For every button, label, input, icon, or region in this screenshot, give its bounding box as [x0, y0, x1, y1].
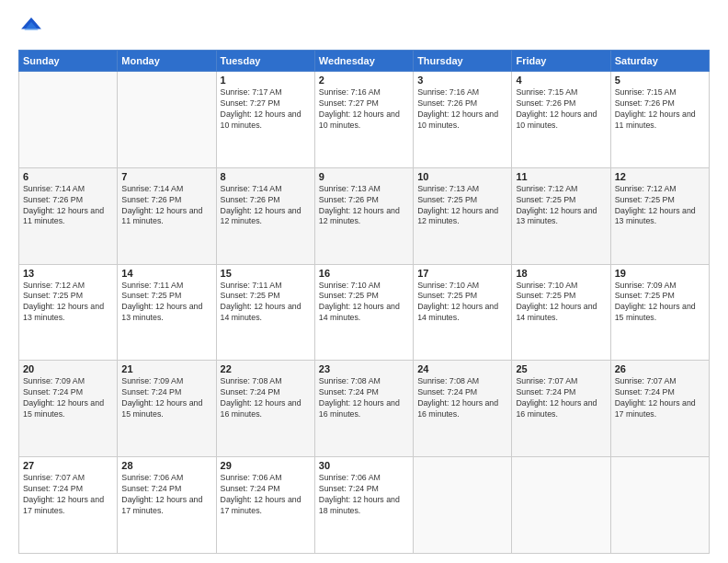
day-number: 24 [417, 363, 507, 374]
col-saturday: Saturday [610, 51, 709, 72]
header-row: Sunday Monday Tuesday Wednesday Thursday… [19, 51, 710, 72]
day-info: Sunrise: 7:13 AM Sunset: 7:25 PM Dayligh… [417, 184, 507, 228]
table-row: 1Sunrise: 7:17 AM Sunset: 7:27 PM Daylig… [216, 72, 314, 168]
day-info: Sunrise: 7:07 AM Sunset: 7:24 PM Dayligh… [516, 376, 606, 420]
day-number: 2 [319, 75, 409, 86]
header [18, 15, 710, 40]
day-info: Sunrise: 7:14 AM Sunset: 7:26 PM Dayligh… [221, 184, 311, 228]
day-info: Sunrise: 7:09 AM Sunset: 7:24 PM Dayligh… [23, 376, 113, 420]
calendar-table: Sunday Monday Tuesday Wednesday Thursday… [18, 50, 710, 554]
day-info: Sunrise: 7:13 AM Sunset: 7:26 PM Dayligh… [319, 184, 409, 228]
day-number: 28 [121, 460, 211, 471]
calendar-row: 20Sunrise: 7:09 AM Sunset: 7:24 PM Dayli… [19, 361, 710, 457]
day-number: 14 [121, 268, 211, 279]
day-info: Sunrise: 7:14 AM Sunset: 7:26 PM Dayligh… [23, 184, 113, 228]
day-info: Sunrise: 7:09 AM Sunset: 7:25 PM Dayligh… [615, 281, 705, 325]
calendar-row: 13Sunrise: 7:12 AM Sunset: 7:25 PM Dayli… [19, 264, 710, 361]
logo [18, 15, 48, 40]
day-number: 6 [23, 171, 113, 182]
table-row: 19Sunrise: 7:09 AM Sunset: 7:25 PM Dayli… [610, 264, 709, 361]
day-number: 3 [417, 75, 507, 86]
table-row: 21Sunrise: 7:09 AM Sunset: 7:24 PM Dayli… [118, 361, 216, 457]
col-friday: Friday [512, 51, 610, 72]
day-info: Sunrise: 7:12 AM Sunset: 7:25 PM Dayligh… [615, 184, 705, 228]
table-row: 17Sunrise: 7:10 AM Sunset: 7:25 PM Dayli… [414, 264, 512, 361]
table-row: 22Sunrise: 7:08 AM Sunset: 7:24 PM Dayli… [216, 361, 314, 457]
day-number: 13 [23, 268, 113, 279]
table-row: 9Sunrise: 7:13 AM Sunset: 7:26 PM Daylig… [314, 167, 413, 264]
table-row [610, 457, 709, 554]
table-row: 30Sunrise: 7:06 AM Sunset: 7:24 PM Dayli… [314, 457, 413, 554]
col-tuesday: Tuesday [216, 51, 314, 72]
day-number: 29 [221, 460, 311, 471]
day-info: Sunrise: 7:10 AM Sunset: 7:25 PM Dayligh… [319, 281, 409, 325]
day-info: Sunrise: 7:10 AM Sunset: 7:25 PM Dayligh… [516, 281, 606, 325]
col-thursday: Thursday [414, 51, 512, 72]
day-info: Sunrise: 7:17 AM Sunset: 7:27 PM Dayligh… [221, 87, 311, 132]
day-info: Sunrise: 7:12 AM Sunset: 7:25 PM Dayligh… [516, 184, 606, 228]
day-number: 20 [23, 363, 113, 374]
day-number: 25 [516, 363, 606, 374]
logo-icon [18, 15, 44, 40]
table-row [512, 457, 610, 554]
day-info: Sunrise: 7:06 AM Sunset: 7:24 PM Dayligh… [319, 473, 409, 517]
day-number: 18 [516, 268, 606, 279]
table-row [19, 72, 118, 168]
day-number: 12 [615, 171, 705, 182]
day-number: 8 [221, 171, 311, 182]
table-row: 13Sunrise: 7:12 AM Sunset: 7:25 PM Dayli… [19, 264, 118, 361]
table-row: 23Sunrise: 7:08 AM Sunset: 7:24 PM Dayli… [314, 361, 413, 457]
day-info: Sunrise: 7:16 AM Sunset: 7:27 PM Dayligh… [319, 87, 409, 132]
day-info: Sunrise: 7:10 AM Sunset: 7:25 PM Dayligh… [417, 281, 507, 325]
day-number: 15 [221, 268, 311, 279]
day-info: Sunrise: 7:11 AM Sunset: 7:25 PM Dayligh… [221, 281, 311, 325]
table-row: 16Sunrise: 7:10 AM Sunset: 7:25 PM Dayli… [314, 264, 413, 361]
day-number: 17 [417, 268, 507, 279]
day-info: Sunrise: 7:15 AM Sunset: 7:26 PM Dayligh… [615, 87, 705, 132]
calendar-row: 6Sunrise: 7:14 AM Sunset: 7:26 PM Daylig… [19, 167, 710, 264]
col-monday: Monday [118, 51, 216, 72]
day-info: Sunrise: 7:08 AM Sunset: 7:24 PM Dayligh… [319, 376, 409, 420]
col-wednesday: Wednesday [314, 51, 413, 72]
day-info: Sunrise: 7:08 AM Sunset: 7:24 PM Dayligh… [417, 376, 507, 420]
day-number: 11 [516, 171, 606, 182]
page: Sunday Monday Tuesday Wednesday Thursday… [0, 0, 728, 563]
day-info: Sunrise: 7:15 AM Sunset: 7:26 PM Dayligh… [516, 87, 606, 132]
day-info: Sunrise: 7:11 AM Sunset: 7:25 PM Dayligh… [121, 281, 211, 325]
day-info: Sunrise: 7:07 AM Sunset: 7:24 PM Dayligh… [23, 473, 113, 517]
day-number: 21 [121, 363, 211, 374]
table-row: 12Sunrise: 7:12 AM Sunset: 7:25 PM Dayli… [610, 167, 709, 264]
day-number: 22 [221, 363, 311, 374]
day-number: 9 [319, 171, 409, 182]
day-number: 27 [23, 460, 113, 471]
table-row: 20Sunrise: 7:09 AM Sunset: 7:24 PM Dayli… [19, 361, 118, 457]
table-row: 11Sunrise: 7:12 AM Sunset: 7:25 PM Dayli… [512, 167, 610, 264]
day-info: Sunrise: 7:06 AM Sunset: 7:24 PM Dayligh… [121, 473, 211, 517]
table-row: 27Sunrise: 7:07 AM Sunset: 7:24 PM Dayli… [19, 457, 118, 554]
calendar-row: 27Sunrise: 7:07 AM Sunset: 7:24 PM Dayli… [19, 457, 710, 554]
table-row: 26Sunrise: 7:07 AM Sunset: 7:24 PM Dayli… [610, 361, 709, 457]
table-row: 14Sunrise: 7:11 AM Sunset: 7:25 PM Dayli… [118, 264, 216, 361]
day-info: Sunrise: 7:16 AM Sunset: 7:26 PM Dayligh… [417, 87, 507, 132]
day-info: Sunrise: 7:12 AM Sunset: 7:25 PM Dayligh… [23, 281, 113, 325]
day-info: Sunrise: 7:06 AM Sunset: 7:24 PM Dayligh… [221, 473, 311, 517]
day-number: 7 [121, 171, 211, 182]
table-row: 3Sunrise: 7:16 AM Sunset: 7:26 PM Daylig… [414, 72, 512, 168]
day-number: 19 [615, 268, 705, 279]
calendar-row: 1Sunrise: 7:17 AM Sunset: 7:27 PM Daylig… [19, 72, 710, 168]
day-number: 10 [417, 171, 507, 182]
day-number: 30 [319, 460, 409, 471]
day-info: Sunrise: 7:07 AM Sunset: 7:24 PM Dayligh… [615, 376, 705, 420]
day-number: 26 [615, 363, 705, 374]
table-row: 25Sunrise: 7:07 AM Sunset: 7:24 PM Dayli… [512, 361, 610, 457]
day-info: Sunrise: 7:14 AM Sunset: 7:26 PM Dayligh… [121, 184, 211, 228]
calendar-header: Sunday Monday Tuesday Wednesday Thursday… [19, 51, 710, 72]
table-row: 5Sunrise: 7:15 AM Sunset: 7:26 PM Daylig… [610, 72, 709, 168]
table-row: 18Sunrise: 7:10 AM Sunset: 7:25 PM Dayli… [512, 264, 610, 361]
table-row: 15Sunrise: 7:11 AM Sunset: 7:25 PM Dayli… [216, 264, 314, 361]
day-number: 16 [319, 268, 409, 279]
table-row: 28Sunrise: 7:06 AM Sunset: 7:24 PM Dayli… [118, 457, 216, 554]
table-row: 8Sunrise: 7:14 AM Sunset: 7:26 PM Daylig… [216, 167, 314, 264]
day-number: 23 [319, 363, 409, 374]
table-row: 10Sunrise: 7:13 AM Sunset: 7:25 PM Dayli… [414, 167, 512, 264]
